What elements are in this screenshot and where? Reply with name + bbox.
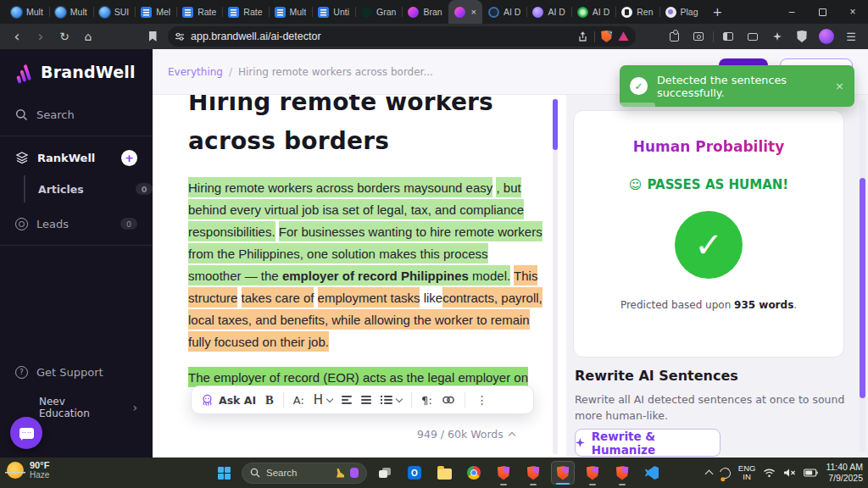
sync-status-icon[interactable] bbox=[717, 465, 732, 480]
paragraph-1[interactable]: Hiring remote workers across borders may… bbox=[188, 176, 544, 352]
browser-tab[interactable]: Mult bbox=[5, 0, 49, 24]
taskbar-clock[interactable]: 11:40 AM 7/9/2025 bbox=[826, 462, 863, 484]
browser-tab[interactable]: Mult bbox=[49, 0, 93, 24]
justify-button[interactable] bbox=[361, 396, 371, 404]
tray-overflow-icon[interactable] bbox=[704, 470, 713, 479]
outlook-button[interactable]: O bbox=[403, 461, 426, 485]
brandwell-logo[interactable]: BrandWell bbox=[0, 49, 153, 81]
battery-icon[interactable] bbox=[804, 469, 818, 477]
editor-scrollbar-thumb[interactable] bbox=[553, 99, 558, 150]
ai-sparkle-icon[interactable] bbox=[767, 26, 787, 47]
success-toast: ✓ Detected the sentences successfully. × bbox=[620, 65, 854, 107]
adguard-extension-icon[interactable] bbox=[618, 31, 629, 42]
forward-icon[interactable]: › bbox=[31, 26, 51, 47]
language-indicator[interactable]: ENG IN bbox=[738, 464, 756, 482]
brave-window-button[interactable] bbox=[492, 461, 515, 485]
rewrite-humanize-button[interactable]: Rewrite & Humanize bbox=[575, 429, 721, 457]
browser-tab[interactable]: Ren bbox=[615, 0, 659, 24]
task-view-button[interactable] bbox=[373, 461, 397, 485]
window-close-button[interactable]: × bbox=[837, 0, 868, 24]
tab-favicon bbox=[665, 7, 676, 18]
brave-shield-icon[interactable] bbox=[792, 26, 812, 47]
browser-tab[interactable]: Mult bbox=[269, 0, 313, 24]
paragraph-style-button[interactable]: ¶: bbox=[421, 394, 432, 407]
extensions-icon[interactable] bbox=[664, 26, 684, 47]
tab-close-icon[interactable]: × bbox=[471, 7, 476, 17]
capture-icon[interactable] bbox=[688, 26, 709, 47]
search-icon bbox=[15, 108, 28, 121]
brave-window-button[interactable] bbox=[610, 461, 634, 485]
url-text[interactable]: app.brandwell.ai/ai-detector bbox=[191, 30, 571, 42]
ask-ai-octopus-icon bbox=[200, 393, 214, 408]
text-style-button[interactable]: A: bbox=[293, 394, 304, 407]
sidebar-search[interactable]: Search bbox=[0, 100, 153, 129]
window-restore-button[interactable] bbox=[807, 0, 837, 24]
sidebar-item-articles[interactable]: Articles 0 bbox=[24, 175, 153, 202]
brandwell-favicon bbox=[454, 7, 465, 18]
volume-muted-icon[interactable] bbox=[783, 468, 796, 478]
word-count[interactable]: 949 / 60k Words bbox=[417, 428, 515, 441]
panel-scrollbar-thumb[interactable] bbox=[860, 178, 865, 398]
profile-avatar[interactable] bbox=[816, 26, 837, 47]
brave-window-button-active[interactable] bbox=[551, 461, 575, 485]
sidebar-item-label: Articles bbox=[38, 183, 84, 196]
browser-tab[interactable]: AI D bbox=[571, 0, 615, 24]
window-minimize-button[interactable]: – bbox=[776, 0, 807, 24]
taskbar-search[interactable]: Search bbox=[242, 463, 367, 484]
wifi-icon[interactable] bbox=[763, 468, 776, 478]
toast-close-icon[interactable]: × bbox=[835, 80, 844, 92]
bold-button[interactable]: B bbox=[265, 393, 274, 408]
highlighted-sentence: takes care of bbox=[242, 287, 314, 308]
list-icon bbox=[381, 396, 392, 404]
support-chat-button[interactable] bbox=[10, 417, 42, 449]
browser-tab[interactable]: Rate bbox=[222, 0, 268, 24]
browser-tab[interactable]: Unti bbox=[312, 0, 355, 24]
browser-tab[interactable]: Mel bbox=[135, 0, 176, 24]
link-button[interactable] bbox=[442, 395, 455, 405]
sidebar-item-rankwell[interactable]: RankWell + bbox=[0, 143, 153, 172]
adblock-extension-icon[interactable]: 1 bbox=[601, 30, 612, 42]
browser-tab[interactable]: Rate bbox=[176, 0, 222, 24]
browser-tab[interactable]: SUI bbox=[93, 0, 136, 24]
rankwell-add-button[interactable]: + bbox=[121, 150, 137, 166]
menu-icon[interactable]: ☰ bbox=[841, 26, 861, 47]
browser-tab[interactable]: Bran bbox=[402, 0, 448, 24]
browser-tab-active[interactable]: × bbox=[448, 0, 482, 24]
back-icon[interactable]: ‹ bbox=[7, 26, 27, 47]
wallet-icon[interactable] bbox=[743, 26, 763, 47]
browser-tab[interactable]: Plag bbox=[659, 0, 704, 24]
weather-widget[interactable]: 90°F Haze bbox=[7, 460, 49, 480]
align-button[interactable] bbox=[342, 396, 352, 404]
brave-window-button[interactable] bbox=[521, 461, 545, 485]
folder-icon bbox=[437, 469, 452, 480]
predicted-words-note: Predicted based upon 935 words. bbox=[574, 299, 843, 311]
list-dropdown[interactable] bbox=[381, 396, 402, 404]
share-icon[interactable] bbox=[577, 31, 588, 42]
breadcrumb-root[interactable]: Everything bbox=[168, 66, 223, 78]
vscode-button[interactable] bbox=[640, 461, 664, 485]
tab-favicon bbox=[182, 7, 193, 18]
home-icon[interactable]: ⌂ bbox=[78, 26, 98, 47]
bookmark-icon[interactable] bbox=[142, 26, 163, 47]
sidebar-item-leads[interactable]: Leads 0 bbox=[0, 209, 153, 238]
tune-icon bbox=[175, 31, 185, 42]
reload-icon[interactable]: ↻ bbox=[54, 26, 75, 47]
sidebar-toggle-icon[interactable] bbox=[718, 26, 738, 47]
sidebar-item-get-support[interactable]: ? Get Support bbox=[0, 358, 153, 386]
help-icon: ? bbox=[15, 366, 28, 379]
ask-ai-button[interactable]: Ask AI bbox=[200, 393, 256, 408]
chrome-button[interactable] bbox=[462, 461, 486, 485]
brave-window-button[interactable] bbox=[581, 461, 604, 485]
new-tab-button[interactable]: + bbox=[704, 5, 732, 19]
browser-tab[interactable]: AI D bbox=[526, 0, 570, 24]
document-title[interactable]: Hiring remote workers across borders bbox=[188, 95, 527, 161]
browser-tab[interactable]: AI D bbox=[482, 0, 526, 24]
file-explorer-button[interactable] bbox=[432, 461, 456, 485]
tab-favicon bbox=[488, 7, 499, 18]
url-bar[interactable]: app.brandwell.ai/ai-detector 1 bbox=[168, 26, 636, 47]
more-options-button[interactable]: ⋮ bbox=[476, 393, 488, 407]
heading-dropdown[interactable]: H bbox=[314, 392, 332, 408]
start-button[interactable] bbox=[212, 461, 236, 485]
browser-tab[interactable]: Gran bbox=[355, 0, 402, 24]
editor-scrollbar-track[interactable] bbox=[553, 98, 558, 454]
